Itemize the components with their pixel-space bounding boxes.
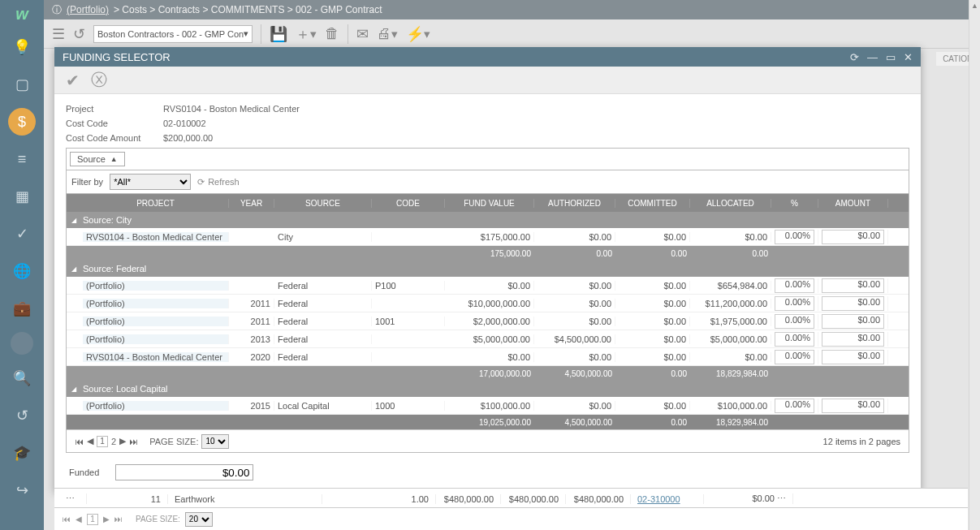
table-row[interactable]: RVS0104 - Boston Medical CenterCity$175,… <box>67 228 909 246</box>
amount-input[interactable]: $0.00 <box>822 350 884 364</box>
bg-pager-first[interactable]: ⏮ <box>63 515 71 524</box>
table-row[interactable]: (Portfolio)FederalP100$0.00$0.00$0.00$65… <box>67 277 909 295</box>
amount-input[interactable]: $0.00 <box>822 332 884 347</box>
add-icon[interactable]: ＋▾ <box>296 24 317 44</box>
page-size-select[interactable]: 10 <box>201 434 229 449</box>
row-v2: $480,000.00 <box>501 494 566 504</box>
modal-title: FUNDING SELECTOR <box>63 51 171 63</box>
bg-pager-last[interactable]: ⏭ <box>114 515 123 524</box>
maximize-icon[interactable]: ▭ <box>886 51 896 63</box>
pager-prev[interactable]: ◀ <box>87 436 93 446</box>
amount-input[interactable]: $0.00 <box>822 296 884 311</box>
percent-input[interactable]: 0.00% <box>775 296 814 311</box>
gradcap-icon[interactable]: 🎓 <box>8 439 36 467</box>
globe-icon[interactable]: 🌐 <box>8 257 36 285</box>
subtotal-row: 175,000.000.000.000.00 <box>67 246 909 261</box>
amount-input[interactable]: $0.00 <box>822 399 884 413</box>
calculator-icon[interactable]: ▦ <box>8 183 36 210</box>
percent-input[interactable]: 0.00% <box>775 314 814 329</box>
percent-input[interactable]: 0.00% <box>775 230 814 244</box>
undo-icon[interactable]: ↺ <box>73 25 85 43</box>
percent-input[interactable]: 0.00% <box>775 332 814 347</box>
refresh-button[interactable]: ⟳ Refresh <box>197 177 240 187</box>
bg-pager-page[interactable]: 1 <box>87 514 98 525</box>
page-scrollbar[interactable] <box>969 0 980 530</box>
pager-page2[interactable]: 2 <box>111 437 116 446</box>
bars-icon[interactable]: ≡ <box>8 145 36 173</box>
history-icon[interactable]: ↺ <box>8 402 36 429</box>
toolbar: ☰ ↺ Boston Contractors - 002 - GMP Con▾ … <box>44 19 980 49</box>
bg-page-size-select[interactable]: 20 <box>185 512 213 527</box>
save-icon[interactable]: 💾 <box>270 25 287 43</box>
row-menu-icon[interactable]: ⋯ <box>54 493 87 504</box>
group-header[interactable]: Source: Local Capital <box>67 381 909 397</box>
lightbulb-icon[interactable]: 💡 <box>8 33 36 61</box>
background-grid-row: ⋯ 11 Earthwork 1.00 $480,000.00 $480,000… <box>54 488 968 509</box>
costcode-value: 02-010002 <box>163 118 206 128</box>
pager-next[interactable]: ▶ <box>119 436 126 446</box>
row-description: Earthwork <box>168 494 322 504</box>
page-size-label: PAGE SIZE: <box>149 437 198 446</box>
list-icon[interactable]: ☰ <box>52 25 65 43</box>
group-header[interactable]: Source: City <box>67 212 909 228</box>
funded-label: Funded <box>69 468 99 477</box>
table-row[interactable]: RVS0104 - Boston Medical Center2020Feder… <box>67 348 909 366</box>
table-row[interactable]: (Portfolio)2013Federal$5,000,000.00$4,50… <box>67 330 909 348</box>
pager-page1[interactable]: 1 <box>97 436 108 447</box>
project-value: RVS0104 - Boston Medical Center <box>163 104 300 114</box>
clipboard-icon[interactable]: ▢ <box>8 71 36 98</box>
amount-label: Cost Code Amount <box>66 133 163 143</box>
avatar[interactable] <box>11 332 33 355</box>
check-icon[interactable]: ✓ <box>8 220 36 248</box>
filter-select[interactable]: *All* <box>110 174 191 190</box>
breadcrumb-portfolio[interactable]: (Portfolio) <box>67 4 109 15</box>
minimize-icon[interactable]: — <box>867 51 878 63</box>
row-v3: $480,000.00 <box>566 494 631 504</box>
row-amount: $0.00 ⋯ <box>704 493 793 504</box>
percent-input[interactable]: 0.00% <box>775 399 814 413</box>
table-row[interactable]: (Portfolio)2011Federal1001$2,000,000.00$… <box>67 312 909 330</box>
costcode-label: Cost Code <box>66 118 163 128</box>
costs-icon[interactable]: $ <box>8 108 36 136</box>
briefcase-icon[interactable]: 💼 <box>8 295 36 322</box>
row-number: 11 <box>87 494 168 504</box>
pager-summary: 12 items in 2 pages <box>823 437 900 446</box>
refresh-icon[interactable]: ⟳ <box>850 51 859 63</box>
amount-input[interactable]: $0.00 <box>822 230 884 244</box>
logo: w <box>15 5 28 24</box>
bg-pager-next[interactable]: ▶ <box>103 515 110 524</box>
delete-icon[interactable]: 🗑 <box>325 25 339 42</box>
bolt-icon[interactable]: ⚡▾ <box>406 25 430 43</box>
amount-input[interactable]: $0.00 <box>822 278 884 293</box>
subtotal-row: 17,000,000.004,500,000.000.0018,829,984.… <box>67 366 909 381</box>
info-icon[interactable]: ⓘ <box>52 3 62 17</box>
filter-label: Filter by <box>71 177 103 187</box>
print-icon[interactable]: 🖨▾ <box>377 25 398 42</box>
mail-icon[interactable]: ✉ <box>356 25 369 43</box>
amount-input[interactable]: $0.00 <box>822 314 884 329</box>
sidebar: w 💡 ▢ $ ≡ ▦ ✓ 🌐 💼 🔍 ↺ 🎓 ↪ <box>0 0 44 530</box>
confirm-button[interactable]: ✔ <box>66 71 80 90</box>
table-row[interactable]: (Portfolio)2011Federal$10,000,000.00$0.0… <box>67 295 909 312</box>
percent-input[interactable]: 0.00% <box>775 278 814 293</box>
table-row[interactable]: (Portfolio)2015Local Capital1000$100,000… <box>67 397 909 415</box>
logout-icon[interactable]: ↪ <box>8 476 36 504</box>
row-v1: $480,000.00 <box>436 494 501 504</box>
funded-input[interactable] <box>115 464 253 480</box>
bg-pager-prev[interactable]: ◀ <box>76 515 82 524</box>
row-qty: 1.00 <box>322 494 436 504</box>
commitment-select[interactable]: Boston Contractors - 002 - GMP Con▾ <box>93 25 253 43</box>
group-chip-source[interactable]: Source▲ <box>70 152 125 166</box>
pager-last[interactable]: ⏭ <box>129 437 138 446</box>
cancel-button[interactable]: ⓧ <box>91 69 107 91</box>
amount-value: $200,000.00 <box>163 133 213 143</box>
grid-header: PROJECT YEAR SOURCE CODE FUND VALUE AUTH… <box>67 194 909 212</box>
search-icon[interactable]: 🔍 <box>8 364 36 392</box>
group-header[interactable]: Source: Federal <box>67 261 909 277</box>
funding-selector-modal: FUNDING SELECTOR ⟳ — ▭ ✕ ✔ ⓧ Project RVS… <box>54 47 921 492</box>
pager-first[interactable]: ⏮ <box>75 437 84 446</box>
close-icon[interactable]: ✕ <box>904 51 913 63</box>
commitment-select-value: Boston Contractors - 002 - GMP Con <box>97 29 244 39</box>
row-code-link[interactable]: 02-310000 <box>637 494 680 504</box>
percent-input[interactable]: 0.00% <box>775 350 814 364</box>
